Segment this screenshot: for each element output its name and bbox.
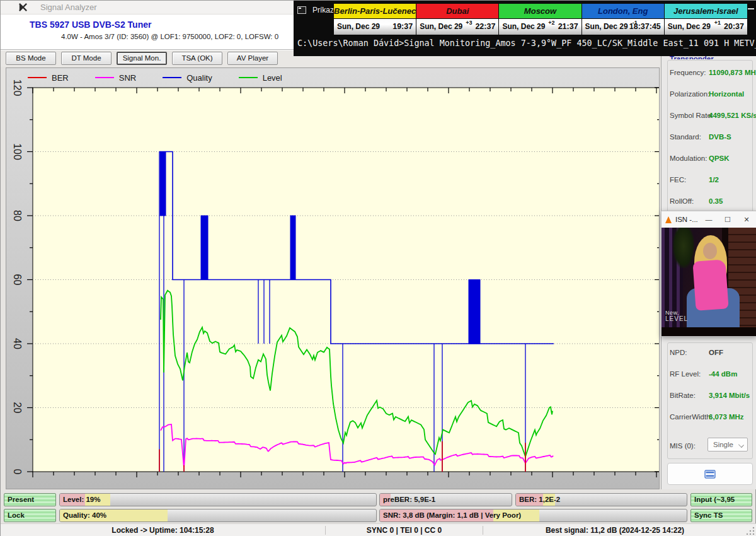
clock-city-name: Dubai [416,4,498,19]
param-row-fec: FEC:1/2 [670,176,752,186]
param-row-npd: NPD:OFF [670,349,752,359]
indicator-row-1: PresentLevel: 19%preBER: 5,9E-1BER: 1,2E… [1,493,756,506]
param-label: FEC: [670,176,686,184]
tuner-name: TBS 5927 USB DVB-S2 Tuner [30,20,151,30]
video-person-face [703,243,717,259]
param-row-polarization: Polarization:Horizontal [670,90,752,100]
clock-time-row: Sun, Dec 29+322:37 [416,19,498,35]
clock-utc-offset: +2 [548,20,554,26]
video-floor [662,327,756,336]
clock-time-row: Sun, Dec 29-118:37:45 [582,19,664,35]
bar-label: Quality: 40% [63,510,106,521]
param-row-rflevel: RF Level:-44 dBm [670,370,752,380]
chevron-down-icon [738,442,744,448]
video-titlebar[interactable]: ISN -... — ☐ ✕ [662,211,756,228]
bar-label: SNR: 3,8 dB (Margin: 1,1 dB | Very Poor) [383,510,521,521]
panel-action-button[interactable] [667,463,753,485]
video-frame[interactable]: New, LEVEL [662,228,756,336]
minimize-button[interactable]: — [699,211,718,228]
world-clock-widget: Berlin-Paris-LučenecSun, Dec 2919:37Duba… [333,3,748,35]
clock-city-name: Berlin-Paris-Lučenec [334,4,416,19]
clock-time-row: Sun, Dec 2919:37 [334,19,416,35]
clock-city-name: Moscow [499,4,581,19]
indicator-bar-quality: Quality: 40% [59,509,377,522]
resize-grip[interactable] [747,527,755,535]
indicator-bar-ber: BER: 1,2E-2 [515,493,687,506]
tuner-details: 4.0W - Amos 3/7 (ID: 3560) @ LOF1: 97500… [61,33,278,40]
minimize-icon[interactable] [748,8,754,9]
window-title: Signal Analyzer [40,3,97,12]
svg-text:80: 80 [12,210,23,221]
mis-label: MIS (0): [670,442,696,450]
video-window-title: ISN -... [675,216,698,223]
desktop: Signal Analyzer TBS 5927 USB DVB-S2 Tune… [0,0,756,536]
signal-chart-panel: BERSNRQualityLevel 020406080100120 [6,67,660,489]
param-label: Symbol Rate: [670,112,713,119]
status-badge-present: Present [4,493,56,506]
param-row-rolloff: RollOff:0.35 [670,197,752,207]
clock-time-row: Sun, Dec 29+221:37 [499,19,581,35]
tab-dt-mode[interactable]: DT Mode [61,52,112,65]
param-value: Horizontal [709,90,744,98]
tab-av-player[interactable]: AV Player [227,52,278,65]
bar-label: preBER: 5,9E-1 [383,494,435,506]
svg-text:100: 100 [12,143,23,160]
param-row-carrierwidth: CarrierWidth:6,073 MHz [670,413,752,423]
mis-value: Single [713,441,733,448]
console-command-line[interactable]: C:\Users\Roman Dávid>Signal Monitoring_A… [297,38,755,48]
drive-stripes-icon [704,470,716,479]
bar-label: Level: 19% [63,494,100,506]
status-badge-lock: Lock [4,509,56,522]
clock-utc-offset: +1 [714,20,721,26]
svg-text:40: 40 [12,338,23,349]
param-value: 3,914 Mbit/s [709,392,750,399]
clock-time: 22:37 [475,22,495,31]
status-best-signal: Best signal: 11,2 dB (2024-12-25 14:22) [483,526,747,535]
tab-signal-mon-[interactable]: Signal Mon. [117,52,167,65]
param-label: Modulation: [670,154,707,162]
param-label: BitRate: [670,392,696,399]
tab-bs-mode[interactable]: BS Mode [6,52,56,65]
svg-text:60: 60 [12,274,23,286]
clock-time-row: Sun, Dec 29+120:37 [665,19,747,35]
clock-city-name: London, Eng [582,4,664,19]
clock-city-berlin-paris-lu-enec: Berlin-Paris-LučenecSun, Dec 2919:37 [334,4,416,35]
status-badge-input-mbps-: Input (~3,95 Mbps) [690,493,752,506]
clock-city-jerusalem-israel: Jerusalem-IsraelSun, Dec 29+120:37 [665,4,747,35]
clock-date: Sun, Dec 29 [585,22,628,31]
param-value: -44 dBm [709,370,737,378]
close-button[interactable]: ✕ [737,211,756,228]
param-row-modulation: Modulation:QPSK [670,154,752,165]
svg-text:20: 20 [12,402,23,414]
mis-dropdown[interactable]: Single [707,438,748,452]
param-row-symbolrate: Symbol Rate:4499,521 KS/s [670,112,752,122]
status-bar: Locked -> Uptime: 104:15:28 SYNC 0 | TEI… [1,523,756,536]
signal-chart: 020406080100120 [6,68,659,489]
clock-city-london-eng: London, EngSun, Dec 29-118:37:45 [582,4,665,35]
app-icon [18,3,28,12]
indicator-bar-level: Level: 19% [59,493,377,506]
clock-date: Sun, Dec 29 [337,22,380,31]
tab-tsa-ok-[interactable]: TSA (OK) [172,52,222,65]
param-value: 6,073 MHz [709,413,744,421]
clock-date: Sun, Dec 29 [502,22,545,31]
clock-time: 20:37 [724,22,744,31]
video-person [692,259,728,310]
video-player-window[interactable]: ISN -... — ☐ ✕ New, LEVEL [661,211,756,337]
indicator-bar-snr: SNR: 3,8 dB (Margin: 1,1 dB | Very Poor) [379,509,687,522]
svg-text:0: 0 [12,469,23,475]
indicator-bar-preber: preBER: 5,9E-1 [379,493,512,506]
vlc-cone-icon [665,216,672,223]
param-label: RF Level: [670,370,701,378]
param-value: 11090,873 MHz [709,69,756,76]
clock-time: 21:37 [558,22,578,31]
param-value: QPSK [709,154,730,162]
status-uptime: Locked -> Uptime: 104:15:28 [1,526,325,535]
indicator-row-2: LockQuality: 40%SNR: 3,8 dB (Margin: 1,1… [1,509,756,522]
clock-city-moscow: MoscowSun, Dec 29+221:37 [499,4,581,35]
video-plant [673,228,694,268]
maximize-button[interactable]: ☐ [718,211,737,228]
status-sync: SYNC 0 | TEI 0 | CC 0 [326,526,483,535]
svg-text:120: 120 [12,79,23,96]
clock-city-name: Jerusalem-Israel [665,4,747,19]
